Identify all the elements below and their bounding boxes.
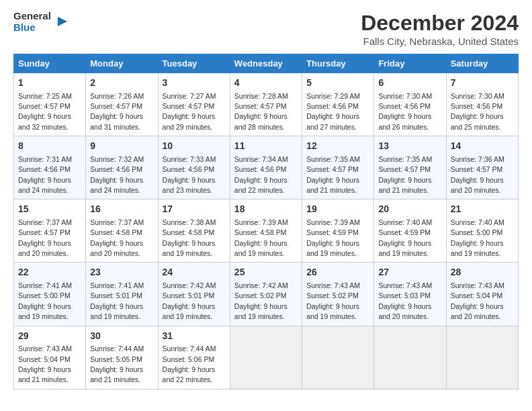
calendar-day-cell: 26Sunrise: 7:43 AMSunset: 5:02 PMDayligh… bbox=[302, 263, 374, 326]
day-sunrise: Sunrise: 7:40 AMSunset: 5:00 PMDaylight:… bbox=[451, 218, 504, 257]
day-number: 5 bbox=[306, 77, 369, 90]
day-number: 8 bbox=[18, 140, 81, 153]
day-sunrise: Sunrise: 7:42 AMSunset: 5:02 PMDaylight:… bbox=[234, 281, 288, 320]
day-number: 24 bbox=[163, 266, 226, 279]
day-number: 4 bbox=[234, 77, 298, 90]
day-number: 28 bbox=[451, 266, 514, 279]
day-number: 2 bbox=[90, 77, 153, 90]
day-number: 27 bbox=[378, 266, 441, 279]
day-number: 9 bbox=[90, 140, 153, 153]
calendar-day-cell: 17Sunrise: 7:38 AMSunset: 4:58 PMDayligh… bbox=[158, 199, 230, 263]
svg-marker-0 bbox=[58, 17, 67, 26]
day-sunrise: Sunrise: 7:29 AMSunset: 4:56 PMDaylight:… bbox=[306, 92, 360, 131]
day-sunrise: Sunrise: 7:43 AMSunset: 5:04 PMDaylight:… bbox=[451, 281, 504, 320]
calendar-week-row: 29Sunrise: 7:43 AMSunset: 5:04 PMDayligh… bbox=[14, 326, 519, 389]
day-sunrise: Sunrise: 7:38 AMSunset: 4:58 PMDaylight:… bbox=[163, 218, 216, 257]
day-sunrise: Sunrise: 7:44 AMSunset: 5:06 PMDaylight:… bbox=[163, 345, 216, 383]
calendar-header-row: Sunday Monday Tuesday Wednesday Thursday… bbox=[14, 54, 519, 73]
calendar-day-cell: 12Sunrise: 7:35 AMSunset: 4:57 PMDayligh… bbox=[302, 136, 374, 199]
calendar-day-cell bbox=[446, 326, 518, 389]
calendar-day-cell: 25Sunrise: 7:42 AMSunset: 5:02 PMDayligh… bbox=[230, 263, 302, 326]
day-sunrise: Sunrise: 7:39 AMSunset: 4:59 PMDaylight:… bbox=[306, 218, 360, 257]
day-number: 18 bbox=[234, 203, 298, 216]
calendar-day-cell bbox=[374, 326, 446, 389]
day-sunrise: Sunrise: 7:42 AMSunset: 5:01 PMDaylight:… bbox=[163, 281, 216, 320]
logo-general: General bbox=[13, 11, 51, 22]
calendar-day-cell: 13Sunrise: 7:35 AMSunset: 4:57 PMDayligh… bbox=[374, 136, 446, 199]
day-sunrise: Sunrise: 7:37 AMSunset: 4:58 PMDaylight:… bbox=[90, 218, 144, 257]
calendar-table: Sunday Monday Tuesday Wednesday Thursday… bbox=[13, 54, 519, 390]
calendar-day-cell: 31Sunrise: 7:44 AMSunset: 5:06 PMDayligh… bbox=[158, 326, 230, 389]
day-number: 30 bbox=[90, 330, 153, 343]
calendar-day-cell: 23Sunrise: 7:41 AMSunset: 5:01 PMDayligh… bbox=[86, 263, 158, 326]
header-saturday: Saturday bbox=[446, 54, 518, 73]
calendar-day-cell: 20Sunrise: 7:40 AMSunset: 4:59 PMDayligh… bbox=[374, 199, 446, 263]
calendar-day-cell: 8Sunrise: 7:31 AMSunset: 4:56 PMDaylight… bbox=[14, 136, 86, 199]
header-tuesday: Tuesday bbox=[158, 54, 230, 73]
day-sunrise: Sunrise: 7:40 AMSunset: 4:59 PMDaylight:… bbox=[378, 218, 432, 257]
calendar-day-cell: 3Sunrise: 7:27 AMSunset: 4:57 PMDaylight… bbox=[158, 73, 230, 136]
day-sunrise: Sunrise: 7:30 AMSunset: 4:56 PMDaylight:… bbox=[451, 92, 504, 131]
calendar-week-row: 22Sunrise: 7:41 AMSunset: 5:00 PMDayligh… bbox=[14, 263, 519, 326]
day-sunrise: Sunrise: 7:43 AMSunset: 5:03 PMDaylight:… bbox=[378, 281, 432, 320]
calendar-day-cell: 28Sunrise: 7:43 AMSunset: 5:04 PMDayligh… bbox=[446, 263, 518, 326]
calendar-week-row: 15Sunrise: 7:37 AMSunset: 4:57 PMDayligh… bbox=[14, 199, 519, 263]
logo-arrow-icon bbox=[55, 14, 70, 29]
calendar-day-cell: 5Sunrise: 7:29 AMSunset: 4:56 PMDaylight… bbox=[302, 73, 374, 136]
day-number: 26 bbox=[306, 266, 369, 279]
day-number: 17 bbox=[163, 203, 226, 216]
calendar-day-cell bbox=[230, 326, 302, 389]
calendar-day-cell: 21Sunrise: 7:40 AMSunset: 5:00 PMDayligh… bbox=[446, 199, 518, 263]
calendar-day-cell: 19Sunrise: 7:39 AMSunset: 4:59 PMDayligh… bbox=[302, 199, 374, 263]
calendar-day-cell: 10Sunrise: 7:33 AMSunset: 4:56 PMDayligh… bbox=[158, 136, 230, 199]
day-number: 7 bbox=[451, 77, 514, 90]
header-monday: Monday bbox=[86, 54, 158, 73]
header-thursday: Thursday bbox=[302, 54, 374, 73]
day-number: 11 bbox=[234, 140, 298, 153]
calendar-day-cell: 30Sunrise: 7:44 AMSunset: 5:05 PMDayligh… bbox=[86, 326, 158, 389]
calendar-day-cell: 6Sunrise: 7:30 AMSunset: 4:56 PMDaylight… bbox=[374, 73, 446, 136]
day-sunrise: Sunrise: 7:37 AMSunset: 4:57 PMDaylight:… bbox=[18, 218, 72, 257]
day-sunrise: Sunrise: 7:41 AMSunset: 5:01 PMDaylight:… bbox=[90, 281, 144, 320]
calendar-day-cell: 11Sunrise: 7:34 AMSunset: 4:56 PMDayligh… bbox=[230, 136, 302, 199]
title-area: December 2024 Falls City, Nebraska, Unit… bbox=[361, 11, 519, 47]
calendar-day-cell: 15Sunrise: 7:37 AMSunset: 4:57 PMDayligh… bbox=[14, 199, 86, 263]
calendar-day-cell: 24Sunrise: 7:42 AMSunset: 5:01 PMDayligh… bbox=[158, 263, 230, 326]
header-sunday: Sunday bbox=[14, 54, 86, 73]
calendar-day-cell: 18Sunrise: 7:39 AMSunset: 4:58 PMDayligh… bbox=[230, 199, 302, 263]
calendar-day-cell: 4Sunrise: 7:28 AMSunset: 4:57 PMDaylight… bbox=[230, 73, 302, 136]
calendar-week-row: 1Sunrise: 7:25 AMSunset: 4:57 PMDaylight… bbox=[14, 73, 519, 136]
header: General Blue December 2024 Falls City, N… bbox=[13, 11, 519, 47]
calendar-day-cell: 9Sunrise: 7:32 AMSunset: 4:56 PMDaylight… bbox=[86, 136, 158, 199]
location-title: Falls City, Nebraska, United States bbox=[361, 36, 519, 47]
calendar-day-cell: 22Sunrise: 7:41 AMSunset: 5:00 PMDayligh… bbox=[14, 263, 86, 326]
day-number: 15 bbox=[18, 203, 81, 216]
calendar-day-cell bbox=[302, 326, 374, 389]
calendar-day-cell: 1Sunrise: 7:25 AMSunset: 4:57 PMDaylight… bbox=[14, 73, 86, 136]
header-wednesday: Wednesday bbox=[230, 54, 302, 73]
calendar-day-cell: 2Sunrise: 7:26 AMSunset: 4:57 PMDaylight… bbox=[86, 73, 158, 136]
day-number: 25 bbox=[234, 266, 298, 279]
day-number: 10 bbox=[163, 140, 226, 153]
day-sunrise: Sunrise: 7:43 AMSunset: 5:04 PMDaylight:… bbox=[18, 345, 72, 383]
day-sunrise: Sunrise: 7:43 AMSunset: 5:02 PMDaylight:… bbox=[306, 281, 360, 320]
day-number: 6 bbox=[378, 77, 441, 90]
day-sunrise: Sunrise: 7:41 AMSunset: 5:00 PMDaylight:… bbox=[18, 281, 72, 320]
day-sunrise: Sunrise: 7:26 AMSunset: 4:57 PMDaylight:… bbox=[90, 92, 144, 131]
day-sunrise: Sunrise: 7:32 AMSunset: 4:56 PMDaylight:… bbox=[90, 155, 144, 194]
logo-blue: Blue bbox=[13, 22, 51, 34]
calendar-day-cell: 29Sunrise: 7:43 AMSunset: 5:04 PMDayligh… bbox=[14, 326, 86, 389]
day-number: 12 bbox=[306, 140, 369, 153]
day-sunrise: Sunrise: 7:34 AMSunset: 4:56 PMDaylight:… bbox=[234, 155, 288, 194]
day-sunrise: Sunrise: 7:31 AMSunset: 4:56 PMDaylight:… bbox=[18, 155, 72, 194]
day-number: 29 bbox=[18, 330, 81, 343]
day-sunrise: Sunrise: 7:33 AMSunset: 4:56 PMDaylight:… bbox=[163, 155, 216, 194]
day-sunrise: Sunrise: 7:35 AMSunset: 4:57 PMDaylight:… bbox=[306, 155, 360, 194]
calendar-day-cell: 7Sunrise: 7:30 AMSunset: 4:56 PMDaylight… bbox=[446, 73, 518, 136]
day-number: 20 bbox=[378, 203, 441, 216]
day-number: 23 bbox=[90, 266, 153, 279]
day-number: 1 bbox=[18, 77, 81, 90]
calendar-day-cell: 14Sunrise: 7:36 AMSunset: 4:57 PMDayligh… bbox=[446, 136, 518, 199]
calendar-day-cell: 27Sunrise: 7:43 AMSunset: 5:03 PMDayligh… bbox=[374, 263, 446, 326]
day-sunrise: Sunrise: 7:39 AMSunset: 4:58 PMDaylight:… bbox=[234, 218, 288, 257]
